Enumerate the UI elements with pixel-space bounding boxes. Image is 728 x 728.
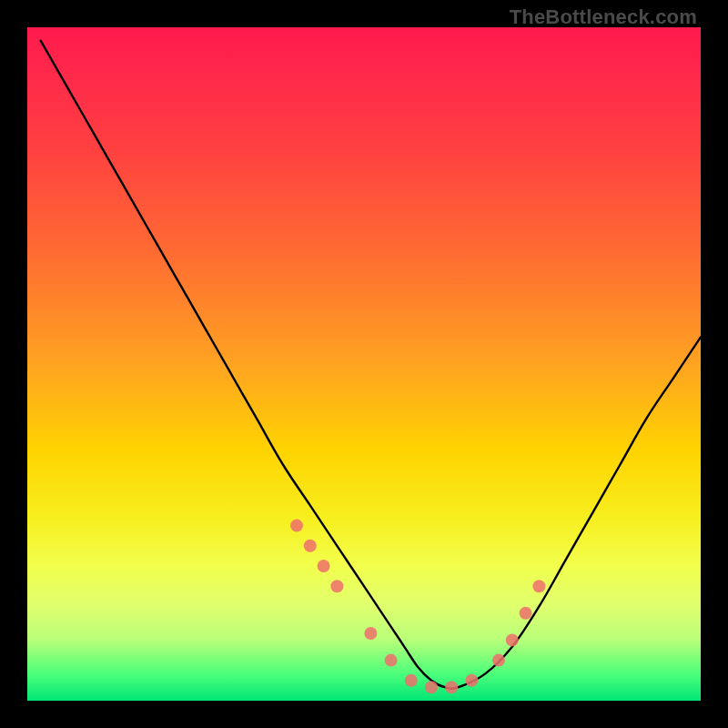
marker-dot bbox=[304, 540, 317, 552]
marker-dot bbox=[290, 520, 303, 532]
curve-svg bbox=[27, 27, 701, 701]
marker-dot bbox=[364, 627, 377, 640]
marker-dot bbox=[445, 681, 458, 693]
curve-markers bbox=[290, 520, 545, 694]
marker-dot bbox=[492, 654, 505, 667]
marker-dot bbox=[532, 580, 545, 592]
marker-dot bbox=[405, 674, 418, 687]
plot-area bbox=[27, 27, 701, 701]
marker-dot bbox=[318, 560, 330, 572]
marker-dot bbox=[330, 580, 343, 592]
marker-dot bbox=[385, 654, 398, 667]
marker-dot bbox=[425, 681, 438, 693]
watermark-text: TheBottleneck.com bbox=[510, 5, 697, 29]
chart-stage: TheBottleneck.com bbox=[0, 0, 728, 728]
bottleneck-curve-path bbox=[41, 41, 701, 689]
marker-dot bbox=[506, 633, 519, 646]
marker-dot bbox=[520, 607, 532, 620]
marker-dot bbox=[465, 674, 478, 687]
